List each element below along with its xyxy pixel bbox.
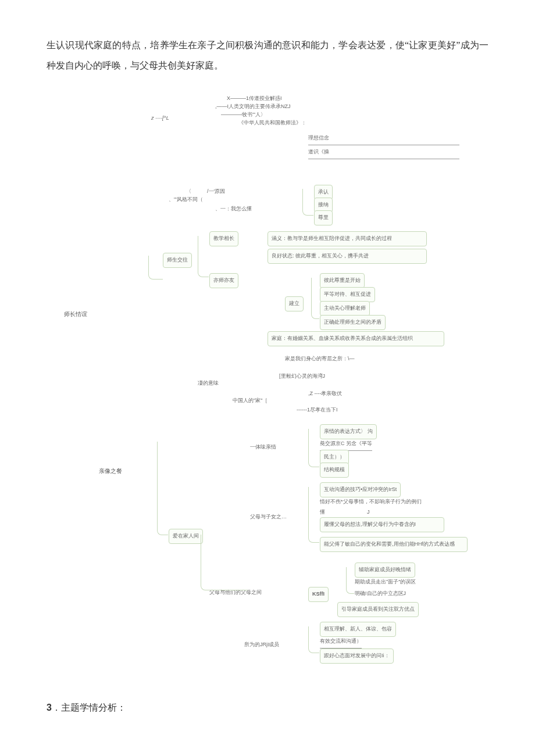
member-3: 跟好心态面对发展中的问Ii： — [320, 648, 394, 664]
love-home-box: 爱在家人间 — [169, 529, 203, 544]
good-state-box: 良好状态: 彼此尊重，相互关心，携手共进 — [268, 249, 427, 264]
gp-1: 辅助家庭成员好晚情绪 — [355, 562, 415, 578]
teach-learn-def: 涵义：教与学是师生相互陪伴促进，共同成长的过程 — [268, 231, 427, 246]
style-different: 、"'风格不同（ — [169, 194, 203, 206]
build-box: 建立 — [285, 296, 304, 311]
section-number: 3 — [47, 703, 52, 712]
home-taste: 凄的意味 — [198, 378, 219, 389]
build-3: 主动关心理解老师 — [320, 301, 370, 316]
respect-box: 尊里 — [314, 210, 333, 225]
top-note-3: z ----[^L — [151, 113, 169, 124]
pc-1: 互动沟通的技巧•应对冲突的IrSt — [320, 482, 401, 497]
home-place: 家是我们身心的寄居之所：\— — [285, 353, 355, 365]
section-title: ．主题学情分析： — [52, 703, 126, 712]
gp-2: 期助成员走出"面子"的误区 — [355, 576, 416, 588]
parent-child: 父母与子女之… — [250, 511, 287, 523]
mind-map-diagram: X———1传道授业解惑I ,——I人类文明的主要传承承NZJ z ----[^L… — [64, 93, 471, 674]
member-2: 有效交流和沟通） — [320, 636, 362, 648]
build-1: 彼此尊重是开始 — [320, 273, 365, 288]
both-teacher-friend-box: 亦师亦友 — [209, 273, 238, 288]
how-understand: 、一：我怎么懂 — [215, 203, 252, 215]
gp-3: 明确!自己的中立态区J — [355, 588, 406, 600]
pc-2b: 懂 J — [320, 507, 370, 518]
affection-4: 结构规模 — [320, 463, 349, 478]
z-xiao: ,Z ----孝亲敬伏 — [308, 388, 343, 400]
section-heading: 3．主题学情分析： — [47, 697, 488, 718]
affection-2: 奠交源京C 另念《平等 — [320, 438, 372, 451]
chinese-home: 中国人的"家"［ — [233, 395, 268, 407]
affection-1: 亲情的表达方式〉 沟 — [320, 424, 377, 439]
root-teacher-student: 师长情谊 — [64, 308, 87, 321]
all-members: 所为的JRjI成员 — [244, 639, 280, 651]
root-family: 亲像之餐 — [99, 465, 122, 478]
teacher-student-box: 师生交往 — [163, 253, 192, 268]
ideal-belief: 理想信念 — [308, 132, 459, 145]
body-paragraph: 生认识现代家庭的特点，培养学生在亲子之间积极沟通的意识和能力，学会表达爱，使“让… — [47, 35, 488, 76]
build-4: 正确处理师生之间的矛盾 — [320, 315, 386, 330]
family-def-box: 家庭：有婚姻关系、血缘关系或收养关系合成的亲属生活组织 — [268, 331, 444, 346]
moral: 道识《操 — [308, 146, 459, 159]
pc-2: 情好不伤*父母事情，不影响亲子行为的例们 — [320, 496, 448, 508]
member-1: 相互理解、新人、体谅、包容 — [320, 622, 396, 637]
ksffi-box: KSffI — [308, 587, 329, 602]
taste-affection: 一体味亲情 — [250, 442, 276, 453]
xiao-now: ------1尽孝在当下I — [297, 404, 338, 416]
pc-4: 能父傅了敏自己的变化和需要,用他们能HHf的方式表达感 — [320, 537, 468, 552]
soul-bay: [里毅幻心灵的海湾J — [279, 371, 325, 382]
build-2: 平等对待、相互促进 — [320, 287, 375, 302]
teach-learn-box: 教学相长 — [209, 231, 238, 246]
gp-4: 引导家庭成员看到关注双方优点 — [337, 602, 419, 617]
top-note-5: 《中华人民共和国教师法》： — [238, 117, 306, 129]
pc-3: 履懂父母的想法,理解父母行为中眷含的I — [320, 517, 444, 532]
